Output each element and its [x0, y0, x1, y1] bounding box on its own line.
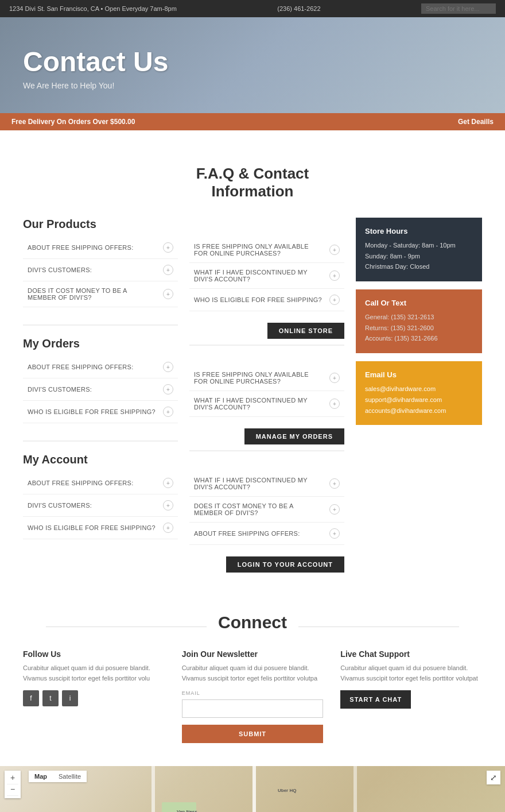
map-placeholder: San Francisco Van Ness Uber HQ + − Map S…	[0, 766, 505, 812]
faq-item[interactable]: WHO IS ELIGIBLE FOR FREE SHIPPING? +	[23, 517, 178, 539]
store-hours-title: Store Hours	[365, 227, 473, 235]
expand-icon: +	[163, 362, 173, 372]
products-left-items: ABOUT FREE SHIPPING OFFERS: + DIVI'S CUS…	[23, 237, 178, 307]
email-label: EMAIL	[182, 690, 324, 696]
orders-left-items: ABOUT FREE SHIPPING OFFERS: + DIVI'S CUS…	[23, 356, 178, 423]
map-label: Van Ness	[177, 809, 197, 812]
promo-bar: Free Delivery On Orders Over $500.00 Get…	[0, 113, 505, 130]
faq-center-col: IS FREE SHIPPING ONLY AVAILABLE FOR ONLI…	[189, 218, 344, 573]
store-hours-christmas: Christmas Day: Closed	[365, 261, 473, 272]
hero-section: Contact Us We Are Here to Help You!	[0, 17, 505, 113]
expand-icon: +	[163, 523, 173, 533]
faq-title-section: F.A.Q & Contact Information	[23, 142, 482, 212]
hero-title: Contact Us	[23, 46, 482, 78]
connect-title-wrap: Connect	[23, 596, 482, 638]
faq-item[interactable]: ABOUT FREE SHIPPING OFFERS: +	[23, 472, 178, 494]
call-returns: Returns: (135) 321-2600	[365, 323, 473, 334]
expand-icon: +	[329, 270, 340, 281]
faq-main-title: F.A.Q & Contact Information	[34, 165, 471, 200]
faq-item[interactable]: DIVI'S CUSTOMERS: +	[23, 259, 178, 281]
manage-orders-btn-wrap: Manage My Orders	[189, 422, 344, 444]
map-tab-map[interactable]: Map	[29, 771, 53, 782]
email-sales[interactable]: sales@divihardware.com	[365, 384, 473, 395]
faq-left-col: Our Products ABOUT FREE SHIPPING OFFERS:…	[23, 218, 178, 573]
map-label: Uber HQ	[278, 788, 296, 793]
main-content: F.A.Q & Contact Information Our Products…	[0, 130, 505, 584]
top-bar-phone: (236) 461-2622	[277, 5, 320, 12]
map-controls: + −	[5, 771, 21, 798]
faq-item[interactable]: DIVI'S CUSTOMERS: +	[23, 494, 178, 517]
expand-icon: +	[329, 399, 340, 409]
online-store-btn-wrap: Online Store	[189, 316, 344, 339]
faq-item[interactable]: ABOUT FREE SHIPPING OFFERS: +	[23, 237, 178, 259]
map-tab-satellite[interactable]: Satellite	[53, 771, 87, 782]
promo-text: Free Delivery On Orders Over $500.00	[11, 118, 135, 126]
divider-left	[46, 627, 207, 627]
map-road	[354, 766, 357, 812]
manage-orders-button[interactable]: Manage My Orders	[244, 428, 344, 444]
start-chat-button[interactable]: Start A Chat	[340, 690, 411, 709]
newsletter-submit-button[interactable]: Submit	[182, 725, 324, 743]
instagram-icon[interactable]: i	[62, 690, 78, 706]
faq-item[interactable]: WHO IS ELIGIBLE FOR FREE SHIPPING? +	[189, 289, 344, 311]
email-support[interactable]: support@divihardware.com	[365, 395, 473, 405]
faq-sidebar: Store Hours Monday - Saturday: 8am - 10p…	[356, 218, 482, 573]
connect-section: Connect Follow Us Curabitur aliquet quam…	[0, 584, 505, 766]
separator	[23, 440, 178, 442]
faq-item[interactable]: ABOUT FREE SHIPPING OFFERS: +	[23, 356, 178, 378]
login-account-button[interactable]: Login To Your Account	[226, 556, 344, 573]
promo-cta[interactable]: Get Deaills	[458, 118, 494, 126]
search-input[interactable]	[421, 3, 496, 14]
twitter-icon[interactable]: t	[42, 690, 59, 706]
expand-icon: +	[163, 265, 173, 275]
call-text-card: Call Or Text General: (135) 321-2613 Ret…	[356, 289, 482, 353]
facebook-icon[interactable]: f	[23, 690, 39, 706]
store-hours-sunday: Sunday: 8am - 9pm	[365, 251, 473, 262]
account-right: WHAT IF I HAVE DISCONTINUED MY DIVI'S AC…	[189, 471, 344, 545]
map-tab-bar: Map Satellite	[29, 771, 87, 782]
call-general: General: (135) 321-2613	[365, 312, 473, 323]
expand-icon: +	[163, 242, 173, 253]
newsletter-col: Join Our Newsletter Curabitur aliquet qu…	[182, 649, 324, 743]
login-account-btn-wrap: Login To Your Account	[189, 550, 344, 573]
follow-us-body: Curabitur aliquet quam id dui posuere bl…	[23, 663, 165, 683]
faq-item[interactable]: WHAT IF I HAVE DISCONTINUED MY DIVI'S AC…	[189, 263, 344, 289]
orders-right: IS FREE SHIPPING ONLY AVAILABLE FOR ONLI…	[189, 365, 344, 417]
follow-us-col: Follow Us Curabitur aliquet quam id dui …	[23, 649, 165, 743]
orders-title: My Orders	[23, 337, 178, 350]
faq-item[interactable]: IS FREE SHIPPING ONLY AVAILABLE FOR ONLI…	[189, 237, 344, 263]
map-zoom-out-button[interactable]: −	[7, 784, 18, 796]
connect-grid: Follow Us Curabitur aliquet quam id dui …	[23, 649, 482, 743]
faq-item[interactable]: ABOUT FREE SHIPPING OFFERS: +	[189, 523, 344, 545]
map-expand-button[interactable]: ⤢	[487, 771, 500, 784]
email-us-card: Email Us sales@divihardware.com support@…	[356, 361, 482, 425]
map-container: San Francisco Van Ness Uber HQ + − Map S…	[0, 766, 505, 812]
expand-icon: +	[163, 500, 173, 511]
email-accounts[interactable]: accounts@divihardware.com	[365, 405, 473, 416]
expand-icon: +	[163, 289, 173, 299]
social-icons: f t i	[23, 690, 165, 706]
expand-icon: +	[329, 295, 340, 305]
faq-item[interactable]: IS FREE SHIPPING ONLY AVAILABLE FOR ONLI…	[189, 365, 344, 391]
separator	[189, 450, 344, 451]
hero-subtitle: We Are Here to Help You!	[23, 81, 482, 90]
faq-item[interactable]: DOES IT COST MONEY TO BE A MEMBER OF DIV…	[23, 281, 178, 307]
faq-item[interactable]: WHAT IF I HAVE DISCONTINUED MY DIVI'S AC…	[189, 471, 344, 497]
expand-icon: +	[329, 373, 340, 383]
expand-icon: +	[163, 407, 173, 417]
map-zoom-in-button[interactable]: +	[7, 773, 18, 784]
online-store-button[interactable]: Online Store	[267, 323, 344, 339]
separator	[23, 324, 178, 326]
map-road	[252, 766, 256, 812]
account-title: My Account	[23, 453, 178, 466]
email-us-title: Email Us	[365, 370, 473, 379]
top-bar-address: 1234 Divi St. San Francisco, CA • Open E…	[9, 5, 177, 12]
expand-icon: +	[163, 478, 173, 488]
top-bar-left: 1234 Divi St. San Francisco, CA • Open E…	[9, 5, 177, 12]
faq-item[interactable]: DOES IT COST MONEY TO BE A MEMBER OF DIV…	[189, 497, 344, 523]
faq-item[interactable]: WHAT IF I HAVE DISCONTINUED MY DIVI'S AC…	[189, 391, 344, 417]
newsletter-email-input[interactable]	[182, 699, 324, 718]
faq-item[interactable]: WHO IS ELIGIBLE FOR FREE SHIPPING? +	[23, 401, 178, 423]
expand-icon: +	[163, 384, 173, 395]
faq-item[interactable]: DIVI'S CUSTOMERS: +	[23, 378, 178, 401]
